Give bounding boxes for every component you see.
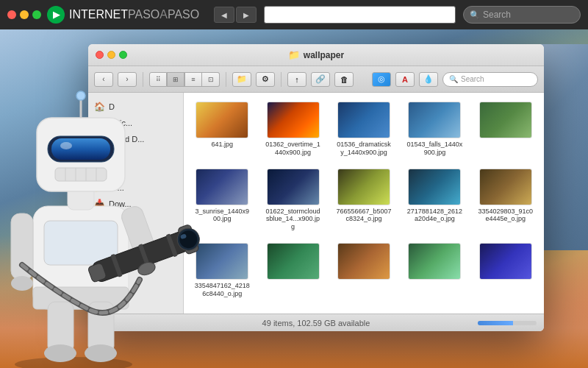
file-name-8: 2717881428_2612a20d4e_o.jpg: [406, 208, 462, 224]
finder-search[interactable]: 🔍 Search: [442, 72, 538, 87]
tag-btn[interactable]: A: [395, 72, 415, 87]
file-item-0[interactable]: 641.jpg: [190, 99, 254, 160]
file-name-1: 01362_overtime_1440x900.jpg: [265, 141, 321, 157]
file-thumb-10: [196, 243, 248, 280]
sidebar-item-home[interactable]: 🏠 D: [88, 99, 183, 115]
file-name-0: 641.jpg: [194, 141, 250, 149]
logo-text: INTERNETPASOAPASO: [69, 8, 199, 21]
sidebar-recents-label: R...: [109, 167, 121, 176]
file-name-6: 01622_stormcloudsblue_14...x900.jpg: [265, 208, 321, 231]
file-item-12[interactable]: [331, 240, 396, 301]
file-thumb-7: [337, 169, 390, 205]
file-item-3[interactable]: 01543_falls_1440x900.jpg: [402, 99, 467, 160]
file-name-3: 01543_falls_1440x900.jpg: [406, 141, 462, 157]
finder-maximize[interactable]: [119, 51, 127, 59]
finder-search-icon: 🔍: [449, 75, 458, 83]
search-icon: 🔍: [470, 10, 480, 20]
sidebar-item-temp[interactable]: 📁 Te...: [88, 180, 183, 196]
file-grid: 641.jpg 01362_overtime_1440x900.jpg 0153…: [190, 99, 538, 301]
file-item-8[interactable]: 2717881428_2612a20d4e_o.jpg: [402, 166, 467, 234]
finder-status-bar: 49 items, 102.59 GB available: [88, 314, 544, 331]
logo-paso2: PASO: [168, 8, 199, 21]
file-name-5: 3_sunrise_1440x900.jpg: [194, 208, 250, 224]
toolbar-separator-1: [143, 72, 143, 87]
storage-progress-fill: [478, 321, 513, 325]
action-btn[interactable]: ⚙: [256, 72, 275, 87]
file-item-13[interactable]: [402, 240, 467, 301]
file-thumb-8: [408, 169, 461, 205]
sidebar-temp-label: Te...: [109, 183, 124, 192]
file-item-6[interactable]: 01622_stormcloudsblue_14...x900.jpg: [260, 166, 325, 234]
file-thumb-12: [337, 243, 390, 280]
close-button[interactable]: [7, 10, 16, 19]
view-flow[interactable]: ⊡: [202, 72, 220, 87]
sidebar-item-applications[interactable]: A Applic...: [88, 115, 183, 131]
toolbar-separator-2: [226, 72, 226, 87]
file-thumb-13: [408, 243, 461, 280]
search-label: Search: [483, 10, 511, 20]
sidebar-item-icloud[interactable]: ☁ iCloud D...: [88, 131, 183, 147]
view-list[interactable]: ≡: [184, 72, 202, 87]
recents-icon: 📁: [94, 166, 105, 177]
file-thumb-9: [479, 169, 532, 205]
file-item-9[interactable]: 3354029803_91c0e4445e_o.jpg: [473, 166, 538, 234]
finder-titlebar: 📁 wallpaper: [88, 44, 544, 66]
folder-icon: 📁: [288, 49, 300, 60]
nav-buttons: ◀ ▶: [214, 7, 257, 23]
finder-close[interactable]: [96, 51, 104, 59]
view-buttons: ⠿ ⊞ ≡ ⊡: [149, 72, 220, 87]
browser-traffic-lights: [7, 10, 41, 19]
dropbox-sidebar-icon: 💧: [94, 150, 105, 160]
forward-btn[interactable]: ›: [118, 72, 137, 87]
file-item-5[interactable]: 3_sunrise_1440x900.jpg: [190, 166, 254, 234]
file-item-14[interactable]: [473, 240, 538, 301]
forward-button[interactable]: ▶: [236, 7, 257, 23]
logo-a: A: [159, 8, 168, 21]
airdrop-btn[interactable]: ◎: [372, 72, 391, 87]
file-item-2[interactable]: 01536_dramaticsky_1440x900.jpg: [331, 99, 396, 160]
file-thumb-14: [479, 243, 532, 280]
view-icon[interactable]: ⠿: [149, 72, 167, 87]
view-grid[interactable]: ⊞: [167, 72, 184, 87]
finder-window: 📁 wallpaper ‹ › ⠿ ⊞ ≡ ⊡ 📁 ⚙ ↑ 🔗 🗑 ◎ A 💧 …: [88, 44, 544, 331]
site-logo: ▶ INTERNETPASOAPASO: [47, 6, 199, 24]
dropbox-btn[interactable]: 💧: [419, 72, 438, 87]
file-item-4[interactable]: [473, 99, 538, 160]
share-btn[interactable]: ↑: [287, 72, 306, 87]
back-btn[interactable]: ‹: [94, 72, 113, 87]
url-bar[interactable]: [264, 6, 456, 24]
finder-traffic-lights: [96, 51, 127, 59]
file-name-2: 01536_dramaticsky_1440x900.jpg: [336, 141, 392, 157]
delete-btn[interactable]: 🗑: [334, 72, 354, 87]
file-thumb-6: [267, 169, 320, 205]
finder-content: 641.jpg 01362_overtime_1440x900.jpg 0153…: [184, 93, 544, 314]
link-btn[interactable]: 🔗: [311, 72, 330, 87]
sidebar-icloud-label: iCloud D...: [107, 135, 144, 144]
finder-minimize[interactable]: [107, 51, 115, 59]
status-text: 49 items, 102.59 GB available: [262, 319, 370, 328]
back-button[interactable]: ◀: [214, 7, 234, 23]
finder-title-text: wallpaper: [304, 50, 344, 60]
file-item-10[interactable]: 3354847162_42186c8440_o.jpg: [190, 240, 254, 301]
sidebar-apps-label: Applic...: [104, 118, 132, 127]
sidebar-item-downloads[interactable]: 📥 Dow...: [88, 196, 183, 212]
new-folder-btn[interactable]: 📁: [232, 72, 251, 87]
apps-icon: A: [94, 118, 100, 128]
finder-body: 🏠 D A Applic... ☁ iCloud D... 💧 📁 R... 📁: [88, 93, 544, 314]
sidebar-item-dropbox[interactable]: 💧: [88, 147, 183, 163]
file-item-1[interactable]: 01362_overtime_1440x900.jpg: [260, 99, 325, 160]
sidebar-item-recents[interactable]: 📁 R...: [88, 163, 183, 180]
file-item-11[interactable]: [260, 240, 325, 301]
sidebar-home-label: D: [109, 102, 115, 111]
maximize-button[interactable]: [32, 10, 41, 19]
finder-title: 📁 wallpaper: [288, 49, 344, 60]
finder-search-placeholder: Search: [461, 75, 484, 83]
file-item-7[interactable]: 766556667_b5007c8324_o.jpg: [331, 166, 396, 234]
logo-icon: ▶: [47, 6, 65, 24]
logo-paso1: PASO: [128, 8, 159, 21]
file-thumb-2: [337, 102, 390, 138]
browser-search[interactable]: 🔍 Search: [463, 6, 581, 24]
minimize-button[interactable]: [20, 10, 29, 19]
browser-topbar: ▶ INTERNETPASOAPASO ◀ ▶ 🔍 Search: [0, 0, 588, 29]
file-name-9: 3354029803_91c0e4445e_o.jpg: [478, 208, 534, 224]
